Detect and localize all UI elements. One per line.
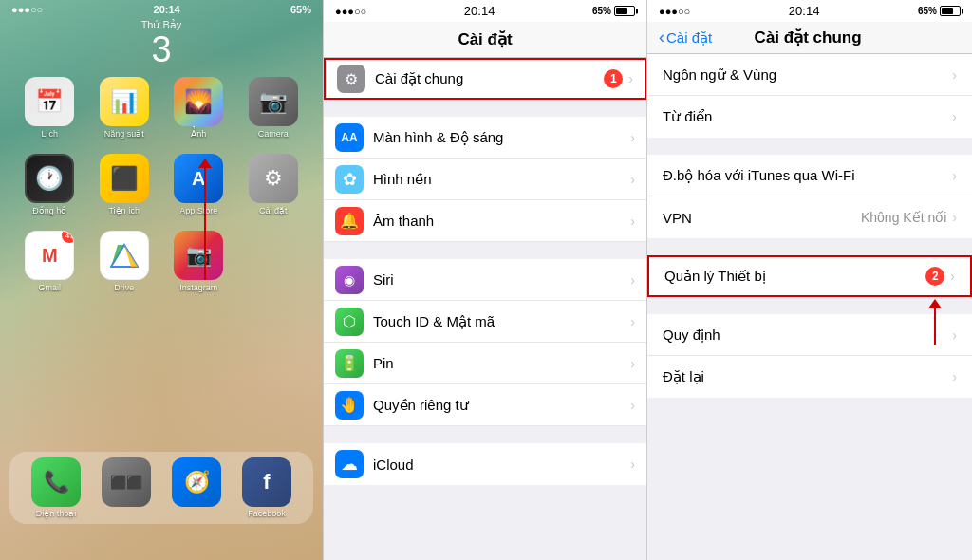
gen-chevron-vpn: › (952, 210, 957, 225)
settings-chevron-quyen: › (630, 398, 635, 413)
settings-chevron-siri: › (630, 272, 635, 288)
settings-label-manhinh: Màn hình & Độ sáng (373, 129, 630, 146)
arrow-up-indicator (204, 166, 206, 280)
gen-badge-quanly: 2 (925, 267, 944, 286)
gen-chevron-quanly: › (950, 269, 955, 284)
settings-icon-quyen: 🤚 (335, 391, 364, 420)
general-rows-list: Ngôn ngữ & Vùng › Từ điển › Đ.bộ hóa với… (647, 54, 972, 560)
gen-gap-2 (647, 238, 972, 255)
date-widget: Thứ Bảy 3 (0, 19, 323, 67)
settings-label-icloud: iCloud (373, 457, 630, 473)
back-button[interactable]: ‹ Cài đặt (659, 28, 712, 47)
gen-chevron-ngonngu: › (952, 67, 957, 83)
settings-row-siri[interactable]: ◉ Siri › (324, 259, 646, 301)
general-status-bar: ●●●○○ 20:14 65% (647, 0, 972, 22)
settings-signal: ●●●○○ (335, 6, 366, 17)
app-anh[interactable]: 🌄 Ảnh (164, 77, 234, 139)
settings-row-pin[interactable]: 🔋 Pin › (324, 343, 646, 384)
gen-row-quanly[interactable]: Quản lý Thiết bị 2 › (647, 255, 972, 297)
gen-label-ngonngu: Ngôn ngữ & Vùng (663, 66, 952, 84)
home-signal: ●●●○○ (11, 4, 43, 15)
general-battery-area: 65% (918, 6, 961, 16)
settings-icon-pin: 🔋 (335, 349, 364, 378)
settings-icon-siri: ◉ (335, 266, 364, 294)
settings-panel: ●●●○○ 20:14 65% Cài đặt ⚙ Cài đặt chung … (323, 0, 647, 560)
battery-icon (614, 6, 635, 16)
general-battery-pct: 65% (918, 6, 937, 16)
gen-row-dongbo[interactable]: Đ.bộ hóa với iTunes qua Wi-Fi › (647, 155, 972, 196)
general-signal: ●●●○○ (659, 6, 690, 17)
settings-chevron-touchid: › (630, 314, 635, 329)
app-camera[interactable]: 📷 Camera (239, 77, 308, 139)
general-nav-title: Cài đặt chung (712, 28, 904, 47)
gen-label-quanly: Quản lý Thiết bị (664, 268, 925, 285)
gmail-badge: 47 (62, 231, 74, 243)
gen-label-datlai: Đặt lại (663, 368, 952, 385)
gen-chevron-quydinh: › (952, 327, 957, 343)
gen-row-ngonngu[interactable]: Ngôn ngữ & Vùng › (647, 54, 972, 96)
back-chevron: ‹ (659, 28, 664, 47)
back-label: Cài đặt (666, 29, 712, 47)
settings-status-bar: ●●●○○ 20:14 65% (324, 0, 646, 22)
settings-icon-manhinh: AA (335, 123, 364, 152)
settings-page-title: Cài đặt (324, 22, 646, 58)
settings-row-touchid[interactable]: ⬡ Touch ID & Mật mã › (324, 301, 646, 343)
dock-facebook[interactable]: f Facebook (242, 457, 291, 518)
settings-label-quyen: Quyền riêng tư (373, 397, 630, 414)
settings-row-hinhnen[interactable]: ✿ Hình nền › (324, 159, 646, 200)
arrow-up-quanly (928, 299, 942, 345)
gen-label-quydinh: Quy định (663, 327, 952, 344)
general-time: 20:14 (789, 4, 820, 18)
settings-row-caidatchung[interactable]: ⚙ Cài đặt chung 1 › (324, 58, 646, 100)
settings-row-icloud[interactable]: ☁ iCloud › (324, 443, 646, 485)
gen-row-quydinh[interactable]: Quy định › (647, 314, 972, 356)
app-drive[interactable]: Drive (90, 231, 159, 292)
settings-row-manhinh[interactable]: AA Màn hình & Độ sáng › (324, 117, 646, 159)
dock: 📞 Điện thoại ⬛⬛ 🧭 f Facebook (9, 452, 313, 524)
gen-gap-1 (647, 138, 972, 155)
app-tienich[interactable]: ⬛ Tiện ích (90, 154, 159, 215)
day-of-week: Thứ Bảy (0, 19, 323, 31)
gen-chevron-datlai: › (952, 369, 957, 384)
app-empty (239, 231, 308, 292)
app-nangsuat[interactable]: 📊 Năng suất (90, 77, 159, 139)
settings-label-touchid: Touch ID & Mật mã (373, 313, 630, 330)
settings-icon-touchid: ⬡ (335, 308, 364, 336)
section-gap-1 (324, 100, 646, 117)
app-caidat[interactable]: ⚙ Cài đặt (239, 154, 308, 215)
settings-chevron-manhinh: › (630, 130, 635, 145)
settings-rows-container: ⚙ Cài đặt chung 1 › AA Màn hình & Độ sán… (324, 58, 646, 485)
settings-battery-pct: 65% (592, 6, 611, 16)
gen-value-vpn: Không Kết nối (861, 210, 946, 225)
battery-fill (616, 8, 627, 14)
home-status-bar: ●●●○○ 20:14 65% (0, 0, 323, 17)
settings-row-quyen[interactable]: 🤚 Quyền riêng tư › (324, 384, 646, 426)
settings-row-amthanh[interactable]: 🔔 Âm thanh › (324, 200, 646, 242)
settings-label-siri: Siri (373, 271, 630, 288)
app-grid-row2: 🕐 Đồng hồ ⬛ Tiện ích A App Store ⚙ Cài đ… (0, 146, 323, 223)
app-lich[interactable]: 📅 Lịch (15, 77, 84, 139)
settings-badge-caidatchung: 1 (604, 69, 623, 88)
gen-chevron-tudien: › (952, 109, 957, 124)
general-battery-fill (942, 8, 953, 14)
settings-label-amthanh: Âm thanh (373, 213, 630, 229)
day-number: 3 (0, 31, 323, 67)
settings-label-hinhnen: Hình nền (373, 171, 630, 188)
gen-row-vpn[interactable]: VPN Không Kết nối › (647, 196, 972, 238)
home-battery: 65% (290, 4, 311, 15)
app-grid-row1: 📅 Lịch 📊 Năng suất 🌄 Ảnh 📷 Camera (0, 69, 323, 146)
gen-row-datlai[interactable]: Đặt lại › (647, 356, 972, 398)
dock-phone[interactable]: 📞 Điện thoại (31, 457, 81, 518)
app-grid-row3: M 47 Gmail Drive 📷 Instagram (0, 223, 323, 300)
settings-chevron-icloud: › (630, 457, 635, 472)
dock-safari[interactable]: 🧭 (172, 457, 221, 518)
app-instagram[interactable]: 📷 Instagram (164, 231, 234, 292)
general-battery-icon (940, 6, 961, 16)
gen-chevron-dongbo: › (952, 168, 957, 183)
settings-icon-hinhnen: ✿ (335, 165, 364, 194)
settings-label-caidatchung: Cài đặt chung (375, 70, 604, 87)
dock-multitask[interactable]: ⬛⬛ (102, 457, 151, 518)
app-gmail[interactable]: M 47 Gmail (15, 231, 84, 292)
app-dongho[interactable]: 🕐 Đồng hồ (15, 154, 84, 215)
gen-row-tudien[interactable]: Từ điển › (647, 96, 972, 138)
